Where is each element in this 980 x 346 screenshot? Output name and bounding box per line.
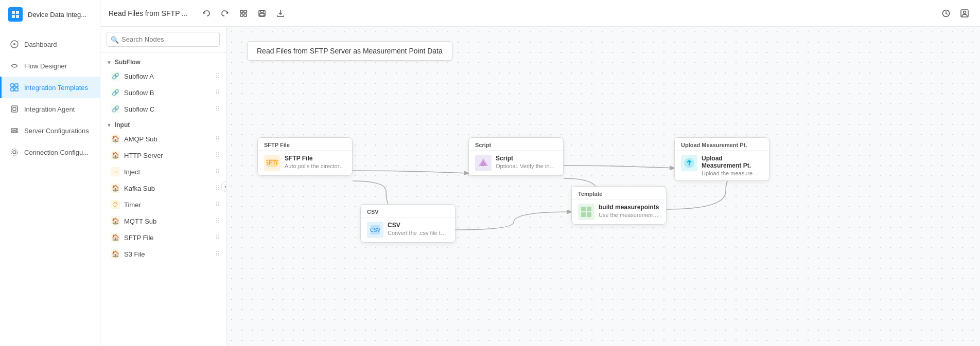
svg-text:◇: ◇ <box>481 161 485 167</box>
subflow-b-label: Subflow B <box>124 89 154 97</box>
svg-rect-11 <box>13 107 16 111</box>
flow-node-script[interactable]: Script ◇ Script Optional. Verify the inp… <box>468 137 564 176</box>
canvas-label: Read Files from SFTP Server as Measureme… <box>247 41 452 61</box>
sidebar-item-server-configurations[interactable]: Server Configurations <box>0 120 100 141</box>
grid-button[interactable] <box>236 6 251 21</box>
sidebar-item-dashboard[interactable]: Dashboard <box>0 33 100 55</box>
flow-node-csv[interactable]: CSV CSV CSV Convert the .csv file to a..… <box>360 204 456 243</box>
template-node-icon <box>578 204 594 220</box>
svg-rect-1 <box>16 11 19 14</box>
script-node-icon: ◇ <box>475 155 492 171</box>
node-panel: 🔍 ▼ SubFlow 🔗 Subflow A ⠿ <box>100 27 226 346</box>
search-input[interactable] <box>107 32 220 47</box>
drag-handle[interactable]: ⠿ <box>215 234 220 241</box>
drag-handle[interactable]: ⠿ <box>215 105 220 113</box>
drag-handle[interactable]: ⠿ <box>215 217 220 225</box>
logo-icon <box>8 7 23 22</box>
list-item[interactable]: → Inject ⠿ <box>100 163 226 180</box>
svg-point-27 <box>964 11 966 13</box>
svg-rect-6 <box>11 84 14 87</box>
sidebar-item-connection-label: Connection Configu... <box>24 149 89 156</box>
svg-point-14 <box>16 129 17 130</box>
subflow-a-label: Subflow A <box>124 72 154 80</box>
sidebar-item-flow-label: Flow Designer <box>24 62 67 70</box>
list-item[interactable]: 🔗 Subflow C ⠿ <box>100 101 226 117</box>
group-header-input[interactable]: ▼ Input <box>100 117 226 131</box>
csv-node-title: CSV <box>388 222 449 229</box>
server-config-icon <box>10 126 19 135</box>
flow-node-template[interactable]: Template build measurepoints Use the mea… <box>571 186 667 225</box>
list-item[interactable]: ⏱ Timer ⠿ <box>100 196 226 213</box>
script-node-desc: Optional. Verify the inpu... <box>496 163 557 169</box>
s3-file-icon: 🏠 <box>111 249 120 259</box>
template-node-desc: Use the measurement p... <box>599 212 660 218</box>
list-item[interactable]: 🏠 SFTP File ⠿ <box>100 229 226 246</box>
drag-handle[interactable]: ⠿ <box>215 89 220 96</box>
sftp-file-node-header: SFTP File <box>258 138 352 151</box>
sidebar-item-templates-label: Integration Templates <box>24 84 88 92</box>
svg-rect-3 <box>16 15 19 18</box>
node-list: ▼ SubFlow 🔗 Subflow A ⠿ 🔗 Subflow B ⠿ <box>100 52 226 346</box>
list-item[interactable]: 🔗 Subflow A ⠿ <box>100 68 226 84</box>
flow-node-upload[interactable]: Upload Measurement Pt. Upload Measuremen… <box>674 137 769 181</box>
save-button[interactable] <box>255 6 269 21</box>
timer-icon: ⏱ <box>111 200 120 209</box>
drag-handle[interactable]: ⠿ <box>215 72 220 80</box>
clock-button[interactable] <box>939 6 953 21</box>
group-header-subflow[interactable]: ▼ SubFlow <box>100 54 226 68</box>
svg-point-5 <box>13 43 15 45</box>
drag-handle[interactable]: ⠿ <box>215 250 220 258</box>
user-button[interactable] <box>957 6 972 21</box>
topbar-actions <box>199 6 288 21</box>
sidebar-item-integration-templates[interactable]: Integration Templates <box>0 77 100 98</box>
svg-text:SFTP: SFTP <box>266 159 278 167</box>
subflow-arrow: ▼ <box>107 60 112 65</box>
list-item[interactable]: 🏠 S3 File ⠿ <box>100 246 226 262</box>
sidebar-item-integration-agent[interactable]: Integration Agent <box>0 98 100 120</box>
sidebar-item-server-label: Server Configurations <box>24 127 89 135</box>
integration-templates-icon <box>10 83 19 92</box>
list-item[interactable]: 🏠 Kafka Sub ⠿ <box>100 180 226 196</box>
svg-rect-24 <box>260 13 264 16</box>
connection-config-icon <box>10 148 19 157</box>
input-group-label: Input <box>115 121 130 129</box>
svg-text:CSV: CSV <box>370 227 381 233</box>
page-title: Read Files from SFTP ... <box>109 9 191 17</box>
svg-rect-8 <box>11 88 14 91</box>
s3-file-label: S3 File <box>124 250 145 258</box>
kafka-icon: 🏠 <box>111 184 120 193</box>
svg-point-15 <box>16 132 17 133</box>
flow-node-sftp-file[interactable]: SFTP File SFTP SFTP File Auto polls the … <box>257 137 353 176</box>
sidebar-item-flow-designer[interactable]: Flow Designer <box>0 55 100 77</box>
drag-handle[interactable]: ⠿ <box>215 152 220 159</box>
amqp-icon: 🏠 <box>111 134 120 143</box>
flow-canvas[interactable]: Read Files from SFTP Server as Measureme… <box>226 27 980 346</box>
inject-icon: → <box>111 167 120 176</box>
list-item[interactable]: 🏠 MQTT Sub ⠿ <box>100 213 226 229</box>
csv-node-header: CSV <box>361 205 455 217</box>
export-button[interactable] <box>273 6 288 21</box>
svg-rect-35 <box>587 207 591 211</box>
undo-button[interactable] <box>199 6 214 21</box>
main-area: Read Files from SFTP ... <box>100 0 980 346</box>
drag-handle[interactable]: ⠿ <box>215 185 220 192</box>
sftp-file-node-icon: SFTP <box>264 155 281 171</box>
svg-point-17 <box>11 149 18 156</box>
sidebar-item-connection-config[interactable]: Connection Configu... <box>0 141 100 163</box>
drag-handle[interactable]: ⠿ <box>215 201 220 208</box>
subflow-group-label: SubFlow <box>115 59 141 66</box>
timer-label: Timer <box>124 201 141 209</box>
upload-node-title: Upload Measurement Pt. <box>702 155 763 169</box>
list-item[interactable]: 🔗 Subflow B ⠿ <box>100 84 226 101</box>
drag-handle[interactable]: ⠿ <box>215 168 220 175</box>
list-item[interactable]: 🏠 AMQP Sub ⠿ <box>100 131 226 147</box>
topbar-right <box>939 6 972 21</box>
list-item[interactable]: 🏠 HTTP Server ⠿ <box>100 147 226 163</box>
svg-rect-7 <box>15 84 18 87</box>
svg-rect-9 <box>15 88 18 91</box>
redo-button[interactable] <box>218 6 232 21</box>
workspace: 🔍 ▼ SubFlow 🔗 Subflow A ⠿ <box>100 27 980 346</box>
dashboard-icon <box>10 40 19 49</box>
drag-handle[interactable]: ⠿ <box>215 135 220 142</box>
input-arrow: ▼ <box>107 122 112 128</box>
